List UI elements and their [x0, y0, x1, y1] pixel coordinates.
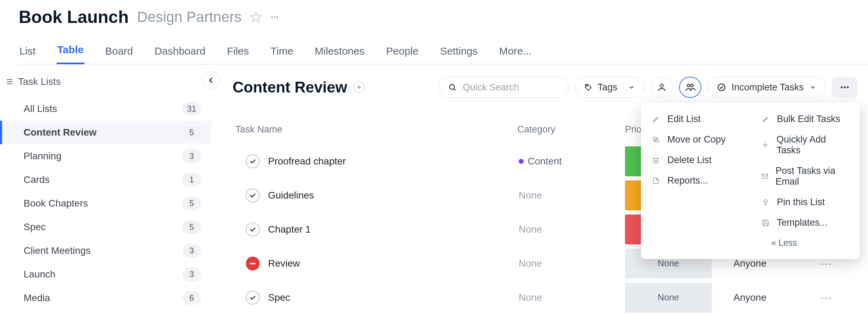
tag-icon	[584, 83, 593, 91]
sidebar-item[interactable]: All Lists31	[0, 97, 211, 121]
due-cell[interactable]: ---	[788, 258, 865, 269]
complete-toggle[interactable]	[246, 154, 260, 168]
sidebar: Task Lists All Lists31Content Review5Pla…	[0, 64, 211, 310]
menu-item-label: Reports...	[667, 175, 708, 186]
sidebar-item-count: 3	[182, 149, 201, 163]
tab-files[interactable]: Files	[226, 45, 250, 64]
category-dot	[519, 159, 524, 164]
sidebar-item[interactable]: Spec5	[0, 215, 211, 239]
menu-item[interactable]: Bulk Edit Tasks	[751, 109, 860, 129]
project-header: Book Launch Design Partners List Table B…	[0, 0, 868, 64]
table-row[interactable]: SpecNoneNoneAnyone---	[233, 280, 868, 314]
doc-icon	[651, 177, 660, 185]
tags-label: Tags	[598, 82, 617, 93]
category-label: None	[519, 190, 542, 201]
col-category: Category	[517, 124, 625, 135]
sidebar-item-count: 5	[182, 220, 201, 234]
menu-item[interactable]: Delete List	[641, 150, 750, 170]
menu-item-label: Post Tasks via Email	[776, 165, 849, 187]
tab-list[interactable]: List	[19, 45, 36, 64]
sidebar-item-count: 3	[182, 244, 201, 258]
svg-point-11	[687, 84, 690, 87]
menu-item-label: Delete List	[667, 155, 712, 165]
task-name: Spec	[268, 292, 290, 303]
svg-marker-0	[251, 12, 261, 22]
menu-item[interactable]: Edit List	[641, 109, 750, 129]
menu-item[interactable]: Templates...	[751, 212, 860, 233]
assignee-cell[interactable]: Anyone	[712, 292, 788, 303]
status-filter[interactable]: Incomplete Tasks	[708, 77, 826, 98]
tab-milestones[interactable]: Milestones	[314, 45, 365, 64]
sidebar-item-label: Cards	[24, 174, 50, 185]
tab-board[interactable]: Board	[105, 45, 134, 64]
menu-item[interactable]: Reports...	[641, 170, 750, 191]
sidebar-item-label: Launch	[24, 269, 56, 280]
sidebar-item-count: 1	[182, 173, 201, 187]
star-icon[interactable]	[250, 11, 262, 23]
tags-filter[interactable]: Tags	[575, 77, 644, 98]
add-task-button[interactable]: +	[353, 82, 365, 93]
chevron-down-icon	[628, 84, 635, 91]
sidebar-item-label: Planning	[24, 151, 61, 162]
menu-item[interactable]: Post Tasks via Email	[751, 161, 860, 192]
sidebar-item[interactable]: Cards1	[0, 168, 211, 192]
menu-item-label: Templates...	[777, 217, 828, 228]
list-options-menu: Edit ListMove or CopyDelete ListReports.…	[641, 103, 860, 259]
tab-dashboard[interactable]: Dashboard	[154, 45, 206, 64]
svg-point-1	[271, 16, 273, 18]
tab-table[interactable]: Table	[57, 44, 84, 64]
menu-item-label: Edit List	[667, 114, 701, 124]
sidebar-item-count: 3	[182, 267, 201, 281]
user-icon	[657, 82, 667, 92]
svg-point-12	[691, 84, 693, 87]
pin-icon	[761, 199, 770, 206]
tab-time[interactable]: Time	[270, 45, 294, 64]
chevron-down-icon	[809, 84, 816, 91]
project-subtitle: Design Partners	[137, 9, 242, 25]
menu-item-label: Move or Copy	[667, 134, 726, 145]
pencil-icon	[651, 115, 660, 123]
svg-point-2	[274, 16, 275, 18]
search-input[interactable]	[462, 82, 559, 93]
menu-item[interactable]: Move or Copy	[641, 129, 750, 150]
sidebar-item-label: Media	[24, 292, 50, 304]
more-icon[interactable]	[270, 13, 279, 22]
search-field[interactable]	[439, 77, 569, 98]
sidebar-item[interactable]: Planning3	[0, 144, 211, 168]
assignee-cell[interactable]: Anyone	[712, 258, 788, 269]
menu-item-label: Bulk Edit Tasks	[777, 114, 841, 124]
menu-item[interactable]: Quickly Add Tasks	[751, 129, 860, 161]
svg-line-8	[454, 89, 456, 91]
sidebar-item-label: Client Meetings	[24, 245, 91, 256]
menu-item[interactable]: Pin this List	[751, 192, 860, 212]
assignee-filter-button[interactable]	[651, 77, 673, 98]
complete-toggle[interactable]	[246, 223, 260, 236]
complete-toggle[interactable]	[246, 188, 260, 202]
sidebar-item[interactable]: Client Meetings3	[0, 239, 211, 262]
sidebar-item-label: Spec	[24, 221, 46, 233]
copy-icon	[651, 136, 660, 144]
svg-point-9	[586, 85, 587, 86]
priority-cell[interactable]: None	[625, 283, 712, 313]
status-filter-label: Incomplete Tasks	[732, 82, 804, 93]
category-label: None	[519, 258, 542, 269]
sidebar-item-label: All Lists	[24, 103, 57, 114]
svg-point-7	[450, 84, 454, 89]
sidebar-item[interactable]: Launch3	[0, 262, 211, 286]
sidebar-item[interactable]: Content Review5	[0, 121, 211, 144]
sidebar-item[interactable]: Media6	[0, 286, 211, 310]
complete-toggle[interactable]	[246, 291, 260, 305]
category-label: None	[519, 292, 542, 303]
tab-more[interactable]: More...	[499, 45, 532, 64]
sidebar-item[interactable]: Book Chapters5	[0, 192, 211, 215]
svg-point-10	[660, 84, 663, 87]
tab-settings[interactable]: Settings	[439, 45, 478, 64]
svg-point-16	[847, 86, 849, 88]
blocked-icon	[246, 257, 260, 270]
sidebar-item-label: Book Chapters	[24, 198, 88, 209]
due-cell[interactable]: ---	[788, 292, 865, 303]
people-filter-button[interactable]	[679, 77, 701, 98]
tab-people[interactable]: People	[385, 45, 419, 64]
menu-less[interactable]: « Less	[751, 233, 860, 253]
list-options-button[interactable]	[832, 77, 858, 98]
